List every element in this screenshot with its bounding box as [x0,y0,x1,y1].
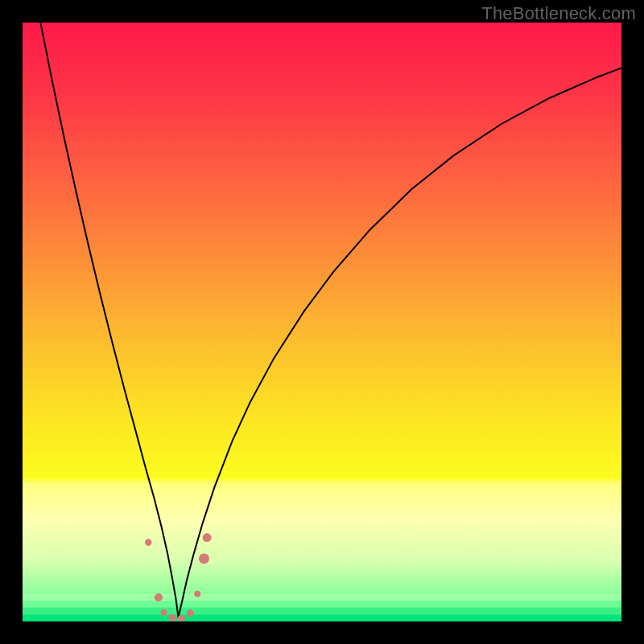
gradient-background [23,23,621,621]
chart-svg [23,23,621,621]
watermark-text: TheBottleneck.com [481,3,636,24]
optimal-band-stripe [23,601,621,608]
data-marker [161,609,167,616]
data-marker [169,614,176,621]
data-marker [187,609,194,617]
optimal-band-stripe [23,595,621,601]
optimal-band-stripe [23,607,621,614]
plot-area [23,23,621,621]
optimal-band [23,595,621,621]
optimal-band-stripe [23,595,621,596]
chart-container: TheBottleneck.com [0,0,644,644]
data-marker [155,593,163,601]
data-marker [145,539,151,546]
data-marker [203,533,212,542]
data-marker [194,591,200,597]
data-marker [199,553,209,564]
optimal-band-stripe [23,614,621,621]
